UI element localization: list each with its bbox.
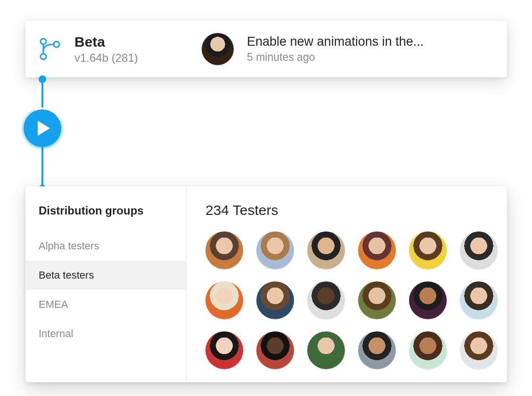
tester-avatar[interactable] <box>409 281 447 319</box>
distribution-sidebar: Distribution groups Alpha testersBeta te… <box>25 186 187 382</box>
distribution-card: Distribution groups Alpha testersBeta te… <box>25 186 507 382</box>
tester-avatar[interactable] <box>205 281 243 319</box>
distribute-play-button[interactable] <box>24 109 61 147</box>
tester-avatar[interactable] <box>460 281 498 319</box>
svg-point-2 <box>41 54 46 59</box>
tester-avatar[interactable] <box>358 331 396 369</box>
svg-point-1 <box>54 41 59 47</box>
tester-avatar[interactable] <box>307 281 345 319</box>
tester-avatar[interactable] <box>205 331 243 369</box>
tester-avatar[interactable] <box>358 281 396 319</box>
distribution-main: 234 Testers <box>187 186 507 382</box>
group-item[interactable]: EMEA <box>25 290 186 319</box>
group-item[interactable]: Beta testers <box>25 261 186 290</box>
testers-grid <box>203 231 491 369</box>
tester-avatar[interactable] <box>460 231 498 269</box>
tester-avatar[interactable] <box>307 331 345 369</box>
tester-avatar[interactable] <box>460 331 498 369</box>
branch-icon <box>37 36 63 62</box>
group-item[interactable]: Alpha testers <box>25 231 186 261</box>
release-time: 5 minutes ago <box>247 51 496 64</box>
tester-avatar[interactable] <box>358 231 396 269</box>
author-avatar[interactable] <box>202 33 234 65</box>
testers-heading: 234 Testers <box>205 202 491 218</box>
group-item[interactable]: Internal <box>25 319 186 348</box>
tester-avatar[interactable] <box>409 231 447 269</box>
release-name: Beta <box>74 34 183 50</box>
tester-avatar[interactable] <box>307 231 345 269</box>
tester-avatar[interactable] <box>205 231 243 269</box>
distribution-title: Distribution groups <box>25 198 186 231</box>
tester-avatar[interactable] <box>256 231 294 269</box>
tester-avatar[interactable] <box>256 331 294 369</box>
release-description: Enable new animations in the... <box>247 34 496 49</box>
tester-avatar[interactable] <box>256 281 294 319</box>
svg-point-0 <box>41 39 46 44</box>
tester-avatar[interactable] <box>409 331 447 369</box>
progress-ring-icon <box>16 101 70 156</box>
release-card[interactable]: Beta v1.64b (281) Enable new animations … <box>25 21 507 77</box>
release-version: v1.64b (281) <box>74 51 183 65</box>
